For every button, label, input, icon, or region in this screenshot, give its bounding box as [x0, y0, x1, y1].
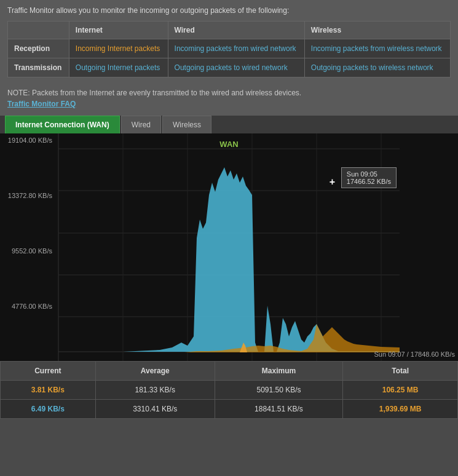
transmission-wireless[interactable]: Outgoing packets to wireless network	[304, 58, 450, 77]
stats-header-total: Total	[343, 362, 458, 381]
zoom-plus-icon[interactable]: +	[330, 177, 335, 188]
tooltip-time: Sun 09:05	[347, 170, 391, 178]
stats-total-2: 1,939.69 MB	[343, 400, 458, 419]
table-row: Transmission Outgoing Internet packets O…	[8, 58, 451, 77]
y-label-4: 4776.00 KB/s	[3, 303, 55, 310]
reception-wireless[interactable]: Incoming packets from wireless network	[304, 39, 450, 58]
row-label-transmission: Transmission	[8, 58, 69, 77]
tab-wired[interactable]: Wired	[121, 116, 161, 133]
incoming-internet-link[interactable]: Incoming Internet packets	[76, 44, 160, 53]
tooltip-value: 17466.52 KB/s	[347, 178, 391, 185]
stats-maximum-1: 5091.50 KB/s	[215, 381, 343, 400]
reception-wired[interactable]: Incoming packets from wired network	[168, 39, 304, 58]
stats-maximum-2: 18841.51 KB/s	[215, 400, 343, 419]
col-header-empty	[8, 22, 69, 39]
stats-header-maximum: Maximum	[215, 362, 343, 381]
stats-table: Current Average Maximum Total 3.81 KB/s …	[0, 361, 458, 419]
transmission-internet[interactable]: Outgoing Internet packets	[69, 58, 168, 77]
col-header-wireless: Wireless	[304, 22, 450, 39]
transmission-wired[interactable]: Outgoing packets to wired network	[168, 58, 304, 77]
outgoing-wireless-link[interactable]: Outgoing packets to wireless network	[311, 63, 433, 72]
stats-average-2: 3310.41 KB/s	[95, 400, 215, 419]
stats-header-average: Average	[95, 362, 215, 381]
stats-header-current: Current	[1, 362, 96, 381]
top-section: Traffic Monitor allows you to monitor th…	[0, 0, 458, 84]
tab-internet-wan[interactable]: Internet Connection (WAN)	[5, 116, 120, 133]
outgoing-internet-link[interactable]: Outgoing Internet packets	[76, 63, 160, 72]
intro-text: Traffic Monitor allows you to monitor th…	[7, 6, 451, 15]
y-label-3: 9552.00 KB/s	[3, 247, 55, 255]
stats-current-2: 6.49 KB/s	[1, 400, 96, 419]
note-section: NOTE: Packets from the Internet are even…	[0, 84, 458, 116]
stats-total-1: 106.25 MB	[343, 381, 458, 400]
y-label-1: 19104.00 KB/s	[3, 137, 55, 144]
stats-current-1: 3.81 KB/s	[1, 381, 96, 400]
chart-tooltip: Sun 09:05 17466.52 KB/s	[341, 167, 397, 188]
stats-row-2: 6.49 KB/s 3310.41 KB/s 18841.51 KB/s 1,9…	[1, 400, 458, 419]
col-header-wired: Wired	[168, 22, 304, 39]
wan-label: WAN	[219, 140, 238, 149]
chart-container: 19104.00 KB/s 13372.80 KB/s 9552.00 KB/s…	[0, 133, 458, 361]
tab-wireless[interactable]: Wireless	[162, 116, 211, 133]
reception-internet[interactable]: Incoming Internet packets	[69, 39, 168, 58]
col-header-internet: Internet	[69, 22, 168, 39]
stats-average-1: 181.33 KB/s	[95, 381, 215, 400]
stats-row-1: 3.81 KB/s 181.33 KB/s 5091.50 KB/s 106.2…	[1, 381, 458, 400]
tabs-section: Internet Connection (WAN) Wired Wireless	[0, 116, 458, 133]
note-text: NOTE: Packets from the Internet are even…	[7, 89, 451, 97]
faq-link[interactable]: Traffic Monitor FAQ	[7, 100, 76, 108]
wan-area-chart	[58, 167, 400, 352]
chart-bottom-status: Sun 09:07 / 17848.60 KB/s	[374, 351, 456, 358]
info-table: Internet Wired Wireless Reception Incomi…	[7, 21, 451, 77]
table-row: Reception Incoming Internet packets Inco…	[8, 39, 451, 58]
outgoing-wired-link[interactable]: Outgoing packets to wired network	[175, 63, 288, 72]
chart-y-labels: 19104.00 KB/s 13372.80 KB/s 9552.00 KB/s…	[0, 133, 58, 361]
y-label-2: 13372.80 KB/s	[3, 192, 55, 199]
incoming-wired-link[interactable]: Incoming packets from wired network	[175, 44, 296, 53]
incoming-wireless-link[interactable]: Incoming packets from wireless network	[311, 44, 442, 53]
row-label-reception: Reception	[8, 39, 69, 58]
